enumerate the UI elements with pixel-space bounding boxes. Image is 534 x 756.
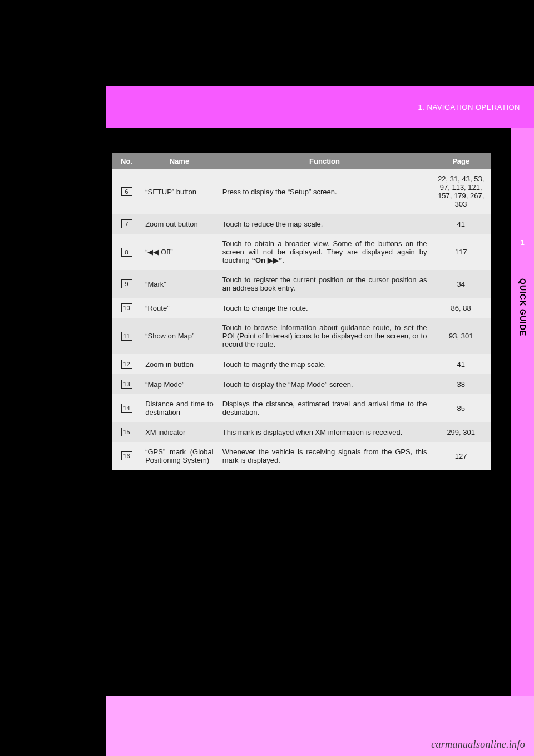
row-function-cell: Whenever the vehicle is receiving signal…	[218, 442, 432, 470]
content-area: No. Name Function Page 6 “SETUP” button …	[106, 128, 511, 696]
row-name-cell: “SETUP” button	[141, 169, 218, 214]
row-function-cell: Displays the distance, estimated travel …	[218, 394, 432, 422]
row-name-cell: “Route”	[141, 298, 218, 318]
col-header-no: No.	[112, 153, 141, 169]
row-function-cell: Touch to display the “Map Mode” screen.	[218, 374, 432, 394]
row-number-cell: 15	[112, 422, 141, 442]
row-name-cell: Zoom out button	[141, 214, 218, 234]
row-function-cell: Touch to magnify the map scale.	[218, 354, 432, 374]
row-number-box: 14	[121, 404, 132, 413]
row-number-cell: 9	[112, 270, 141, 298]
row-number-box: 8	[121, 248, 132, 257]
row-number-cell: 8	[112, 234, 141, 270]
row-function-cell: Touch to browse information about guidan…	[218, 318, 432, 354]
row-name-cell: “Mark”	[141, 270, 218, 298]
row-number-box: 13	[121, 380, 132, 389]
row-name-cell: “◀◀ Off”	[141, 234, 218, 270]
row-number-cell: 7	[112, 214, 141, 234]
row-name-cell: XM indicator	[141, 422, 218, 442]
row-number-box: 11	[121, 332, 132, 341]
col-header-name: Name	[141, 153, 218, 169]
row-page-cell: 127	[431, 442, 491, 470]
chapter-thumb-tab: 1	[511, 231, 534, 253]
table-row: 7 Zoom out button Touch to reduce the ma…	[112, 214, 491, 234]
controls-guide-table: No. Name Function Page 6 “SETUP” button …	[112, 153, 491, 470]
table-header-row: No. Name Function Page	[112, 153, 491, 169]
table-row: 8 “◀◀ Off” Touch to obtain a broader vie…	[112, 234, 491, 270]
row-function-cell: Touch to change the route.	[218, 298, 432, 318]
row-page-cell: 85	[431, 394, 491, 422]
row-page-cell: 22, 31, 43, 53, 97, 113, 121, 157, 179, …	[431, 169, 491, 214]
row-page-cell: 299, 301	[431, 422, 491, 442]
row-name-cell: “Show on Map”	[141, 318, 218, 354]
right-margin-column: 1 QUICK GUIDE	[511, 128, 534, 696]
row-page-cell: 117	[431, 234, 491, 270]
row-page-cell: 41	[431, 354, 491, 374]
watermark: carmanualsonline.info	[431, 739, 525, 750]
row-number-cell: 13	[112, 374, 141, 394]
row-page-cell: 34	[431, 270, 491, 298]
row-number-box: 9	[121, 279, 132, 288]
row-page-cell: 41	[431, 214, 491, 234]
row-name-cell: Distance and time to destination	[141, 394, 218, 422]
row-function-cell: Press to display the “Setup” screen.	[218, 169, 432, 214]
row-name-cell: “GPS” mark (Global Positioning System)	[141, 442, 218, 470]
row-page-cell: 86, 88	[431, 298, 491, 318]
table-row: 10 “Route” Touch to change the route. 86…	[112, 298, 491, 318]
row-number-cell: 12	[112, 354, 141, 374]
table-row: 9 “Mark” Touch to register the current p…	[112, 270, 491, 298]
row-number-box: 10	[121, 303, 132, 312]
row-number-cell: 10	[112, 298, 141, 318]
table-row: 15 XM indicator This mark is displayed w…	[112, 422, 491, 442]
row-number-cell: 6	[112, 169, 141, 214]
row-number-cell: 11	[112, 318, 141, 354]
header-bar: 1. NAVIGATION OPERATION	[106, 86, 534, 128]
table-row: 14 Distance and time to destination Disp…	[112, 394, 491, 422]
table-row: 13 “Map Mode” Touch to display the “Map …	[112, 374, 491, 394]
table-row: 12 Zoom in button Touch to magnify the m…	[112, 354, 491, 374]
col-header-page: Page	[431, 153, 491, 169]
section-label: 1. NAVIGATION OPERATION	[418, 103, 520, 111]
row-number-cell: 14	[112, 394, 141, 422]
row-page-cell: 38	[431, 374, 491, 394]
row-number-box: 16	[121, 451, 132, 460]
row-name-cell: Zoom in button	[141, 354, 218, 374]
table-row: 11 “Show on Map” Touch to browse informa…	[112, 318, 491, 354]
row-number-box: 7	[121, 219, 132, 228]
table-row: 16 “GPS” mark (Global Positioning System…	[112, 442, 491, 470]
section-side-title: QUICK GUIDE	[518, 278, 527, 336]
row-number-cell: 16	[112, 442, 141, 470]
row-number-box: 12	[121, 360, 132, 369]
row-function-cell: Touch to register the current position o…	[218, 270, 432, 298]
row-function-cell: Touch to obtain a broader view. Some of …	[218, 234, 432, 270]
row-number-box: 15	[121, 428, 132, 436]
page-background: 1. NAVIGATION OPERATION 1 QUICK GUIDE No…	[106, 86, 534, 756]
col-header-function: Function	[218, 153, 432, 169]
row-page-cell: 93, 301	[431, 318, 491, 354]
row-name-cell: “Map Mode”	[141, 374, 218, 394]
row-function-cell: Touch to reduce the map scale.	[218, 214, 432, 234]
row-number-box: 6	[121, 187, 132, 196]
table-row: 6 “SETUP” button Press to display the “S…	[112, 169, 491, 214]
row-function-cell: This mark is displayed when XM informati…	[218, 422, 432, 442]
